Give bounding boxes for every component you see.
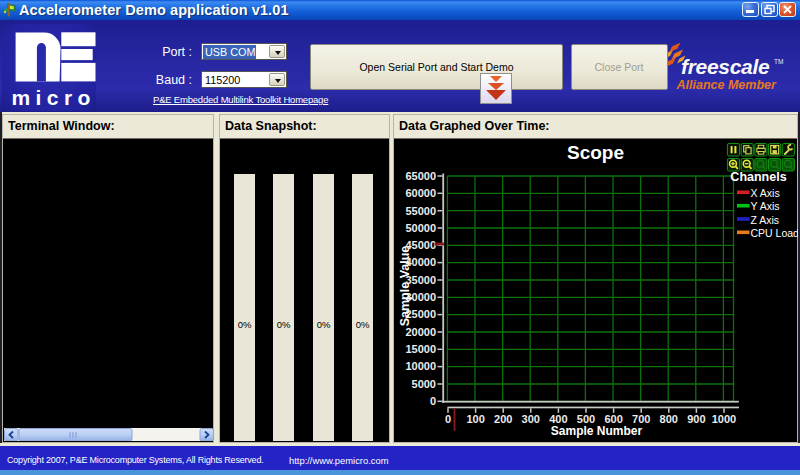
svg-text:Sample Number: Sample Number — [551, 424, 643, 438]
svg-text:200: 200 — [494, 413, 512, 425]
svg-text:1000: 1000 — [712, 413, 736, 425]
svg-text:15000: 15000 — [405, 343, 436, 355]
svg-text:100: 100 — [466, 413, 484, 425]
svg-text:Scope: Scope — [567, 142, 624, 163]
svg-text:10000: 10000 — [405, 360, 436, 372]
svg-text:Channels: Channels — [730, 170, 786, 184]
svg-text:0: 0 — [430, 395, 436, 407]
svg-text:65000: 65000 — [405, 170, 436, 182]
svg-text:CPU Load: CPU Load — [751, 227, 799, 239]
svg-text:X Axis: X Axis — [751, 187, 780, 199]
svg-text:50000: 50000 — [405, 222, 436, 234]
svg-text:freescale: freescale — [681, 55, 770, 78]
svg-text:Sample Value: Sample Value — [398, 246, 412, 327]
svg-text:Z Axis: Z Axis — [751, 214, 780, 226]
svg-text:micro: micro — [12, 86, 96, 109]
svg-text:800: 800 — [660, 413, 678, 425]
svg-text:300: 300 — [522, 413, 540, 425]
svg-text:55000: 55000 — [405, 205, 436, 217]
svg-text:5000: 5000 — [412, 378, 436, 390]
svg-text:Alliance Member: Alliance Member — [676, 78, 777, 92]
svg-text:TM: TM — [774, 58, 783, 65]
svg-text:60000: 60000 — [405, 187, 436, 199]
svg-text:20000: 20000 — [405, 326, 436, 338]
svg-text:0: 0 — [445, 413, 451, 425]
svg-text:900: 900 — [687, 413, 705, 425]
svg-text:Y Axis: Y Axis — [751, 200, 780, 212]
